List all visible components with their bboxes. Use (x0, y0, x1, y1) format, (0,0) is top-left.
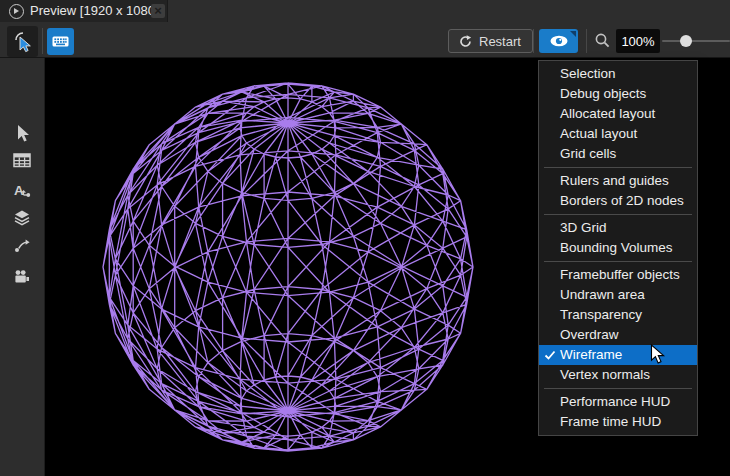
menu-item-label: 3D Grid (560, 220, 607, 235)
svg-text:A: A (14, 183, 24, 198)
menu-item-allocated-layout[interactable]: Allocated layout (539, 104, 697, 124)
menu-item-label: Vertex normals (560, 367, 650, 382)
zoom-slider-thumb[interactable] (680, 35, 692, 47)
menu-separator (544, 261, 692, 262)
menu-separator (544, 167, 692, 168)
close-icon[interactable]: × (151, 4, 165, 18)
sidebar-item-text-transform[interactable]: A (10, 178, 34, 202)
header-bar: Preview [1920 x 1080] × (0, 0, 730, 58)
restart-button[interactable]: Restart (448, 29, 533, 53)
menu-item-vertex-normals[interactable]: Vertex normals (539, 365, 697, 385)
sidebar-item-table[interactable] (10, 148, 34, 172)
menu-item-bounding-volumes[interactable]: Bounding Volumes (539, 238, 697, 258)
menu-item-undrawn-area[interactable]: Undrawn area (539, 285, 697, 305)
sidebar-item-layers[interactable] (10, 206, 34, 230)
zoom-level-value: 100% (621, 34, 654, 49)
restart-label: Restart (479, 34, 521, 49)
menu-item-debug-objects[interactable]: Debug objects (539, 84, 697, 104)
sidebar-item-pointer[interactable] (10, 121, 34, 145)
menu-item-overdraw[interactable]: Overdraw (539, 325, 697, 345)
keyboard-icon (51, 32, 70, 51)
zoom-level-field[interactable]: 100% (616, 29, 660, 53)
menu-item-label: Allocated layout (560, 106, 655, 121)
menu-item-label: Overdraw (560, 327, 619, 342)
menu-item-label: Selection (560, 66, 616, 81)
tab-title: Preview [1920 x 1080] (30, 0, 159, 22)
menu-item-borders-of-2d-nodes[interactable]: Borders of 2D nodes (539, 191, 697, 211)
menu-item-label: Actual layout (560, 126, 637, 141)
menu-item-label: Frame time HUD (560, 414, 661, 429)
menu-item-label: Wireframe (560, 347, 622, 362)
menu-item-label: Bounding Volumes (560, 240, 673, 255)
select-mode-button[interactable] (7, 26, 38, 57)
restart-icon (458, 34, 473, 49)
menu-item-label: Transparency (560, 307, 642, 322)
menu-item-label: Debug objects (560, 86, 646, 101)
menu-item-label: Rulers and guides (560, 173, 669, 188)
tool-sidebar: A (0, 58, 45, 476)
menu-item-label: Grid cells (560, 146, 616, 161)
menu-item-transparency[interactable]: Transparency (539, 305, 697, 325)
path-curve-icon (12, 235, 32, 255)
magnifier-icon (594, 32, 611, 49)
keyboard-mode-button[interactable] (47, 28, 74, 55)
menu-separator (544, 388, 692, 389)
text-transform-icon: A (12, 180, 32, 200)
menu-item-label: Borders of 2D nodes (560, 193, 684, 208)
menu-item-label: Performance HUD (560, 394, 670, 409)
click-select-icon (12, 31, 34, 53)
visualization-menu: SelectionDebug objectsAllocated layoutAc… (538, 60, 698, 436)
menu-item-framebuffer-objects[interactable]: Framebuffer objects (539, 265, 697, 285)
app-window: Preview [1920 x 1080] × (0, 0, 730, 476)
dropdown-corner-icon (570, 31, 576, 37)
visualization-dropdown-button[interactable] (539, 29, 578, 53)
eye-icon (549, 34, 569, 48)
zoom-slider-track[interactable] (662, 40, 730, 42)
table-icon (12, 150, 32, 170)
menu-item-label: Framebuffer objects (560, 267, 680, 282)
play-circle-icon (9, 4, 24, 19)
sidebar-item-camera[interactable] (10, 264, 34, 288)
menu-separator (544, 214, 692, 215)
menu-item-performance-hud[interactable]: Performance HUD (539, 392, 697, 412)
sidebar-item-path[interactable] (10, 233, 34, 257)
menu-item-actual-layout[interactable]: Actual layout (539, 124, 697, 144)
menu-item-grid-cells[interactable]: Grid cells (539, 144, 697, 164)
menu-item-wireframe[interactable]: Wireframe (539, 345, 697, 365)
layers-icon (12, 208, 32, 228)
pointer-icon (12, 123, 32, 143)
mouse-cursor (650, 344, 666, 366)
toolbar-separator (533, 29, 534, 53)
toolbar-separator (42, 28, 43, 54)
menu-item-selection[interactable]: Selection (539, 64, 697, 84)
menu-item-frame-time-hud[interactable]: Frame time HUD (539, 412, 697, 432)
camera-icon (12, 266, 32, 286)
menu-item-rulers-and-guides[interactable]: Rulers and guides (539, 171, 697, 191)
tab-preview[interactable]: Preview [1920 x 1080] × (0, 0, 168, 22)
checkmark-icon (544, 349, 556, 361)
menu-item-label: Undrawn area (560, 287, 645, 302)
toolbar-separator (586, 29, 587, 53)
menu-item-3d-grid[interactable]: 3D Grid (539, 218, 697, 238)
